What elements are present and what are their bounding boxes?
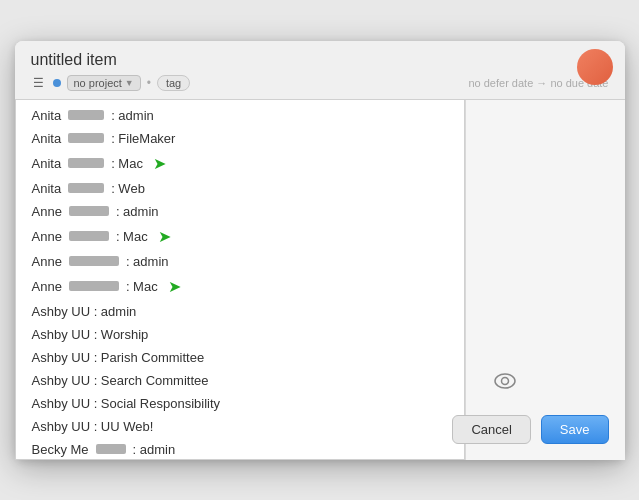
save-button[interactable]: Save — [541, 415, 609, 444]
item-text-suffix: : Mac — [116, 229, 148, 244]
project-caret: ▼ — [125, 78, 134, 88]
redacted-text — [69, 231, 109, 241]
list-item[interactable]: Anne : admin — [16, 250, 464, 273]
item-text: Ashby UU : admin — [32, 304, 137, 319]
list-item[interactable]: Anita : Mac➤ — [16, 150, 464, 177]
list-item[interactable]: Anne : Mac➤ — [16, 223, 464, 250]
item-text: Ashby UU : Worship — [32, 327, 149, 342]
item-text-prefix: Anne — [32, 229, 62, 244]
item-text-suffix: : Mac — [126, 279, 158, 294]
svg-point-1 — [501, 377, 508, 384]
item-text-prefix: Anne — [32, 204, 62, 219]
list-item[interactable]: Becky Me : admin — [16, 438, 464, 460]
project-button[interactable]: no project ▼ — [67, 75, 141, 91]
list-item[interactable]: Anita : Web — [16, 177, 464, 200]
tag-label: tag — [166, 77, 181, 89]
title-text: untitled item — [31, 51, 117, 69]
right-panel: Cancel Save — [465, 100, 625, 460]
main-window: untitled item ☰ no project ▼ • tag no de… — [15, 41, 625, 460]
item-text-prefix: Anita — [32, 108, 62, 123]
cancel-button[interactable]: Cancel — [452, 415, 530, 444]
redacted-text — [68, 133, 104, 143]
item-text: Ashby UU : Search Committee — [32, 373, 209, 388]
list-item[interactable]: Ashby UU : Parish Committee — [16, 346, 464, 369]
circle-button[interactable] — [577, 49, 613, 85]
list-item[interactable]: Anita : FileMaker — [16, 127, 464, 150]
separator: • — [147, 76, 151, 90]
redacted-text — [96, 444, 126, 454]
item-text-suffix: : FileMaker — [111, 131, 175, 146]
tag-button[interactable]: tag — [157, 75, 190, 91]
button-row: Cancel Save — [452, 415, 608, 444]
item-text-prefix: Anne — [32, 254, 62, 269]
list-icon: ☰ — [31, 75, 47, 91]
dot-button[interactable] — [53, 79, 61, 87]
list-item[interactable]: Ashby UU : UU Web! — [16, 415, 464, 438]
item-text-suffix: : admin — [111, 108, 154, 123]
item-text-prefix: Becky Me — [32, 442, 89, 457]
list-item[interactable]: Anita : admin — [16, 104, 464, 127]
item-text-prefix: Anita — [32, 181, 62, 196]
dropdown-list[interactable]: Anita : adminAnita : FileMakerAnita : Ma… — [16, 100, 464, 460]
eye-icon-wrap[interactable] — [494, 373, 516, 393]
item-text: Ashby UU : Parish Committee — [32, 350, 205, 365]
list-item[interactable]: Ashby UU : Search Committee — [16, 369, 464, 392]
item-text-prefix: Anita — [32, 131, 62, 146]
list-item[interactable]: Ashby UU : admin — [16, 300, 464, 323]
redacted-text — [68, 183, 104, 193]
item-text-prefix: Anne — [32, 279, 62, 294]
item-text-suffix: : admin — [133, 442, 176, 457]
item-text-suffix: : admin — [116, 204, 159, 219]
eye-icon — [494, 373, 516, 389]
item-text-suffix: : Mac — [111, 156, 143, 171]
list-item[interactable]: Ashby UU : Worship — [16, 323, 464, 346]
redacted-text — [68, 158, 104, 168]
svg-point-0 — [495, 374, 515, 388]
arrow-indicator: ➤ — [158, 227, 171, 246]
redacted-text — [69, 281, 119, 291]
redacted-text — [68, 110, 104, 120]
redacted-text — [69, 206, 109, 216]
list-item[interactable]: Anne : admin — [16, 200, 464, 223]
toolbar-row: ☰ no project ▼ • tag no defer date → no … — [31, 75, 609, 91]
title-bar: untitled item ☰ no project ▼ • tag no de… — [15, 41, 625, 100]
item-text-suffix: : Web — [111, 181, 145, 196]
item-text: Ashby UU : UU Web! — [32, 419, 154, 434]
main-content: Anita : adminAnita : FileMakerAnita : Ma… — [15, 100, 625, 460]
item-text-suffix: : admin — [126, 254, 169, 269]
project-label: no project — [74, 77, 122, 89]
item-text-prefix: Anita — [32, 156, 62, 171]
list-item[interactable]: Ashby UU : Social Responsibility — [16, 392, 464, 415]
arrow-indicator: ➤ — [153, 154, 166, 173]
redacted-text — [69, 256, 119, 266]
list-item[interactable]: Anne : Mac➤ — [16, 273, 464, 300]
dropdown-panel: Anita : adminAnita : FileMakerAnita : Ma… — [15, 100, 465, 460]
item-text: Ashby UU : Social Responsibility — [32, 396, 221, 411]
arrow-indicator: ➤ — [168, 277, 181, 296]
